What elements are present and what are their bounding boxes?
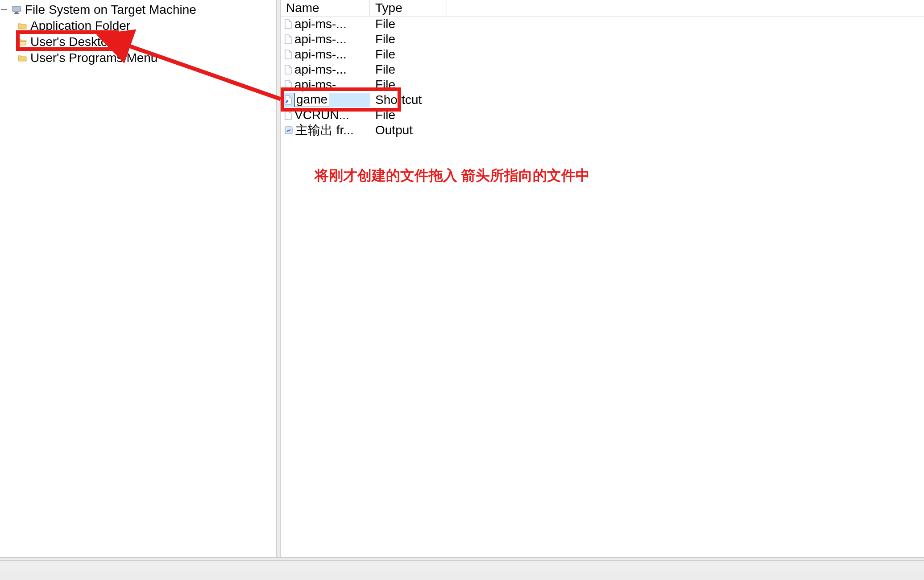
column-header-type[interactable]: Type [370, 0, 447, 16]
file-icon [284, 19, 292, 29]
shortcut-icon [284, 95, 292, 105]
list-header: Name Type [281, 0, 924, 17]
file-icon [284, 110, 292, 120]
file-name: 主输出 fr... [295, 123, 354, 138]
folder-icon [18, 54, 27, 62]
svg-rect-0 [12, 6, 21, 12]
file-name: VCRUN... [294, 108, 349, 123]
list-item[interactable]: api-ms-... File [281, 77, 924, 92]
list-item[interactable]: api-ms-... File [281, 47, 924, 62]
file-name: api-ms-... [294, 32, 347, 47]
machine-icon [12, 5, 21, 15]
file-name: api-ms-... [294, 62, 347, 77]
rename-input[interactable]: game [294, 93, 329, 107]
list-item[interactable]: VCRUN... File [281, 108, 924, 123]
svg-rect-1 [15, 12, 18, 13]
file-list-panel[interactable]: Name Type api-ms-... File api-ms-... Fil… [281, 0, 924, 558]
tree-item-users-programs-menu[interactable]: User's Programs Menu [0, 50, 276, 66]
list-item[interactable]: api-ms-... File [281, 62, 924, 77]
file-system-editor: File System on Target Machine Applicatio… [0, 0, 924, 558]
file-type: File [370, 17, 447, 32]
svg-rect-2 [14, 13, 19, 14]
file-type: File [370, 77, 447, 92]
folder-tree-panel[interactable]: File System on Target Machine Applicatio… [0, 0, 276, 558]
tree-item-application-folder[interactable]: Application Folder [0, 18, 276, 34]
file-type: File [370, 47, 447, 62]
tree-expander-icon[interactable] [1, 7, 7, 13]
list-item-selected[interactable]: game Shortcut [281, 92, 924, 108]
bottom-panel [0, 557, 924, 580]
file-name: api-ms-... [294, 47, 347, 62]
list-item[interactable]: api-ms-... File [281, 32, 924, 47]
file-icon [284, 50, 292, 59]
file-type: Output [370, 123, 447, 138]
tree-item-label: Application Folder [30, 18, 130, 34]
file-icon [284, 80, 292, 90]
file-icon [284, 34, 292, 44]
tree-item-label: User's Programs Menu [30, 50, 157, 66]
tree-item-label: User's Desktop [30, 34, 115, 50]
list-body: api-ms-... File api-ms-... File api-ms-.… [281, 17, 924, 138]
file-type: Shortcut [370, 92, 447, 108]
file-type: File [370, 62, 447, 77]
folder-icon [18, 22, 27, 29]
file-name: api-ms-... [294, 77, 347, 92]
column-header-name[interactable]: Name [281, 0, 370, 16]
folder-open-icon [18, 38, 27, 46]
file-name: api-ms-... [294, 17, 347, 32]
list-item[interactable]: 主输出 fr... Output [281, 123, 924, 138]
file-type: File [370, 108, 447, 123]
list-item[interactable]: api-ms-... File [281, 17, 924, 32]
output-icon [284, 126, 293, 135]
tree-item-users-desktop[interactable]: User's Desktop [0, 34, 276, 50]
tree-root-label: File System on Target Machine [25, 2, 196, 18]
vertical-splitter[interactable] [276, 0, 281, 558]
tree-root[interactable]: File System on Target Machine [0, 2, 276, 18]
file-type: File [370, 32, 447, 47]
file-icon [284, 65, 292, 75]
